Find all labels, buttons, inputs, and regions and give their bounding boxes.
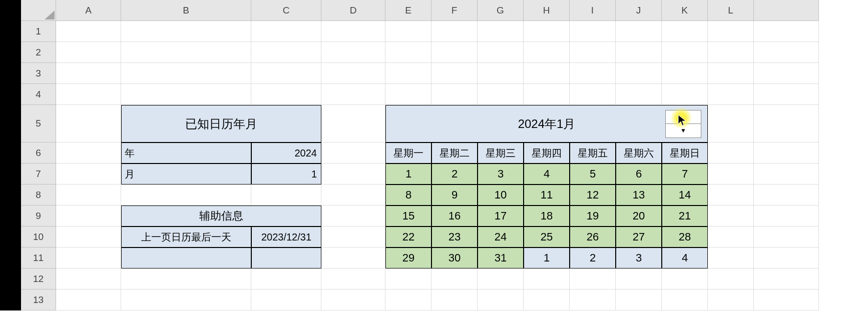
month-spinner[interactable]: ▲▼ — [665, 110, 701, 138]
cell[interactable] — [708, 226, 754, 248]
cell[interactable] — [121, 268, 251, 290]
cell[interactable] — [251, 290, 321, 310]
calendar-day[interactable]: 22 — [385, 226, 431, 248]
cell[interactable] — [56, 268, 121, 290]
row-header[interactable]: 9 — [21, 206, 56, 226]
calendar-day[interactable]: 3 — [616, 248, 662, 268]
cell[interactable] — [616, 268, 662, 290]
cell[interactable] — [478, 84, 524, 105]
cell[interactable] — [754, 248, 819, 268]
cell[interactable] — [708, 268, 754, 290]
cell[interactable] — [616, 42, 662, 63]
column-header[interactable]: C — [251, 0, 321, 21]
cell[interactable] — [431, 42, 478, 63]
cell[interactable] — [56, 142, 121, 164]
cell[interactable] — [431, 84, 478, 105]
row-header[interactable]: 7 — [21, 164, 56, 184]
cell[interactable] — [431, 290, 478, 310]
cell[interactable] — [524, 84, 570, 105]
cell[interactable] — [570, 84, 616, 105]
cell[interactable] — [478, 268, 524, 290]
cell[interactable] — [708, 206, 754, 226]
cell[interactable] — [56, 226, 121, 248]
cell[interactable] — [708, 142, 754, 164]
column-header[interactable]: F — [431, 0, 478, 21]
column-header[interactable]: D — [321, 0, 385, 21]
calendar-day[interactable]: 13 — [616, 184, 662, 206]
cell[interactable] — [56, 21, 121, 42]
calendar-day[interactable]: 11 — [524, 184, 570, 206]
cell[interactable] — [321, 248, 385, 268]
cell[interactable] — [121, 84, 251, 105]
calendar-day[interactable]: 26 — [570, 226, 616, 248]
cell[interactable] — [708, 21, 754, 42]
cell[interactable] — [385, 21, 431, 42]
row-header[interactable]: 10 — [21, 226, 56, 248]
cell[interactable] — [385, 290, 431, 310]
calendar-day[interactable]: 17 — [478, 206, 524, 226]
cell[interactable] — [524, 63, 570, 84]
cell[interactable] — [478, 42, 524, 63]
cell[interactable] — [708, 290, 754, 310]
cell[interactable] — [321, 164, 385, 184]
cell[interactable] — [321, 42, 385, 63]
calendar-day[interactable]: 5 — [570, 164, 616, 184]
cell[interactable] — [754, 184, 819, 206]
calendar-day[interactable]: 16 — [431, 206, 478, 226]
cell[interactable] — [56, 164, 121, 184]
calendar-day[interactable]: 9 — [431, 184, 478, 206]
cell[interactable] — [570, 63, 616, 84]
cell[interactable] — [321, 63, 385, 84]
calendar-day[interactable]: 27 — [616, 226, 662, 248]
cell[interactable] — [754, 226, 819, 248]
cell[interactable] — [524, 290, 570, 310]
year-value[interactable]: 2024 — [251, 142, 321, 164]
column-header[interactable]: J — [616, 0, 662, 21]
calendar-day[interactable]: 31 — [478, 248, 524, 268]
cell[interactable] — [708, 63, 754, 84]
calendar-day[interactable]: 19 — [570, 206, 616, 226]
cell[interactable] — [385, 268, 431, 290]
cell[interactable] — [321, 21, 385, 42]
row-header[interactable]: 1 — [21, 21, 56, 42]
cell[interactable] — [321, 206, 385, 226]
calendar-day[interactable]: 28 — [662, 226, 708, 248]
calendar-day[interactable]: 20 — [616, 206, 662, 226]
row-header[interactable]: 6 — [21, 142, 56, 164]
calendar-day[interactable]: 21 — [662, 206, 708, 226]
cell[interactable] — [251, 21, 321, 42]
cell[interactable] — [385, 84, 431, 105]
cell[interactable] — [321, 142, 385, 164]
cell[interactable] — [570, 268, 616, 290]
calendar-day[interactable]: 24 — [478, 226, 524, 248]
row-header[interactable]: 8 — [21, 184, 56, 206]
cell[interactable] — [121, 290, 251, 310]
calendar-day[interactable]: 6 — [616, 164, 662, 184]
cell[interactable] — [708, 248, 754, 268]
column-header[interactable]: H — [524, 0, 570, 21]
column-header[interactable]: E — [385, 0, 431, 21]
calendar-day[interactable]: 1 — [524, 248, 570, 268]
cell[interactable] — [662, 268, 708, 290]
cell[interactable] — [570, 290, 616, 310]
calendar-day[interactable]: 7 — [662, 164, 708, 184]
cell[interactable] — [321, 290, 385, 310]
cell[interactable] — [524, 268, 570, 290]
calendar-day[interactable]: 25 — [524, 226, 570, 248]
cell[interactable] — [121, 42, 251, 63]
cell[interactable] — [662, 63, 708, 84]
cell[interactable] — [570, 21, 616, 42]
cell[interactable] — [524, 42, 570, 63]
cell[interactable] — [431, 268, 478, 290]
cell[interactable] — [708, 42, 754, 63]
column-header[interactable]: B — [121, 0, 251, 21]
cell[interactable] — [570, 42, 616, 63]
cell[interactable] — [56, 248, 121, 268]
calendar-day[interactable]: 3 — [478, 164, 524, 184]
cell[interactable] — [708, 164, 754, 184]
cell[interactable] — [754, 105, 819, 142]
cell[interactable] — [321, 84, 385, 105]
row-header[interactable]: 11 — [21, 248, 56, 268]
cell[interactable] — [431, 21, 478, 42]
cell[interactable] — [251, 268, 321, 290]
